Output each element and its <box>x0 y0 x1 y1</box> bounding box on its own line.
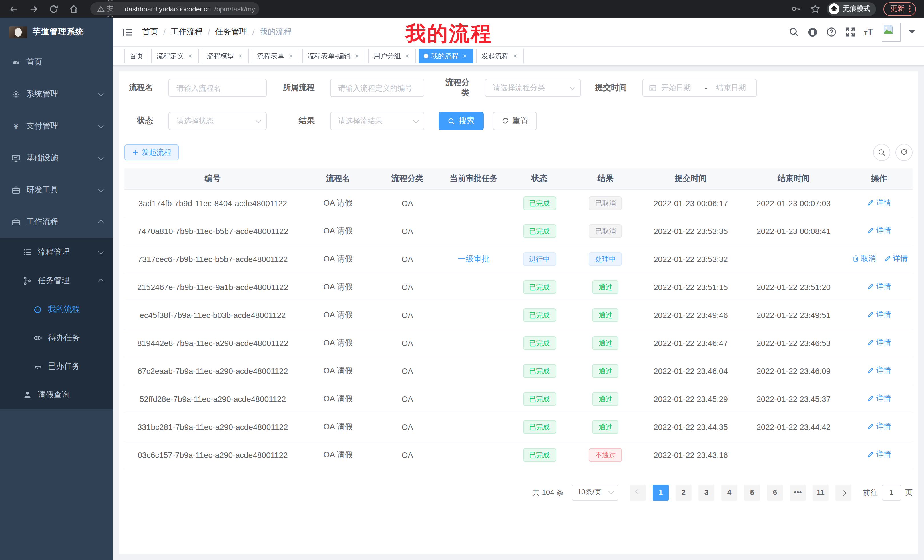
edit-icon <box>867 227 874 234</box>
page-ellipsis[interactable]: ••• <box>790 484 806 500</box>
page-button-2[interactable]: 2 <box>676 484 692 500</box>
page-button-5[interactable]: 5 <box>744 484 760 500</box>
close-tab-icon[interactable]: × <box>237 52 244 60</box>
reset-button[interactable]: 重置 <box>493 112 537 130</box>
sidebar-item-支付管理[interactable]: ¥支付管理 <box>0 110 113 142</box>
detail-action-link[interactable]: 详情 <box>867 393 891 403</box>
tab-流程表单[interactable]: 流程表单× <box>252 48 299 63</box>
create-process-button[interactable]: 发起流程 <box>124 144 179 160</box>
sidebar-item-待办任务[interactable]: 待办任务 <box>0 324 113 352</box>
sidebar-item-任务管理[interactable]: 任务管理 <box>0 267 113 295</box>
sidebar-item-工作流程[interactable]: 工作流程 <box>0 206 113 238</box>
update-button[interactable]: 更新 <box>884 2 916 16</box>
breadcrumb-item[interactable]: 工作流程 <box>171 27 203 37</box>
detail-action-link[interactable]: 详情 <box>884 253 908 264</box>
process-category-cell: OA <box>375 441 440 469</box>
status-select[interactable]: 请选择状态 <box>168 112 267 130</box>
tab-流程表单-编辑[interactable]: 流程表单-编辑× <box>302 48 366 63</box>
detail-action-link[interactable]: 详情 <box>867 281 891 291</box>
detail-action-link[interactable]: 详情 <box>867 365 891 375</box>
page-button-6[interactable]: 6 <box>767 484 783 500</box>
search-button[interactable]: 搜索 <box>439 112 484 130</box>
breadcrumb-item[interactable]: 首页 <box>142 27 158 37</box>
start-date-placeholder[interactable]: 开始日期 <box>661 83 700 93</box>
sidebar-item-我的流程[interactable]: 我的流程 <box>0 295 113 324</box>
avatar-caret-icon[interactable] <box>909 30 915 34</box>
font-size-icon[interactable]: TT <box>864 27 873 36</box>
show-search-toggle-button[interactable] <box>873 144 890 161</box>
process-definition-input[interactable] <box>330 79 424 97</box>
sidebar-item-研发工具[interactable]: 研发工具 <box>0 174 113 206</box>
breadcrumb-item[interactable]: 任务管理 <box>215 27 247 37</box>
page-button-1[interactable]: 1 <box>653 484 669 500</box>
close-tab-icon[interactable]: × <box>512 52 519 60</box>
search-icon[interactable] <box>789 27 799 37</box>
github-icon[interactable] <box>807 27 818 37</box>
next-page-button[interactable] <box>836 484 852 500</box>
forward-icon[interactable] <box>28 4 39 14</box>
detail-action-link[interactable]: 详情 <box>867 197 891 208</box>
goto-page-input[interactable] <box>882 484 901 500</box>
detail-action-link[interactable]: 详情 <box>867 309 891 319</box>
tab-流程定义[interactable]: 流程定义× <box>152 48 199 63</box>
bookmark-star-icon[interactable] <box>810 4 820 14</box>
back-icon[interactable] <box>9 4 19 14</box>
home-icon[interactable] <box>69 4 79 14</box>
detail-action-link[interactable]: 详情 <box>867 449 891 459</box>
app-logo-row[interactable]: 芋道管理系统 <box>0 18 113 46</box>
close-tab-icon[interactable]: × <box>354 52 360 60</box>
fullscreen-icon[interactable] <box>845 27 855 37</box>
page-size-select[interactable]: 10条/页 <box>572 484 618 500</box>
avatar[interactable] <box>882 22 901 41</box>
refresh-icon <box>501 117 509 125</box>
column-header-流程分类: 流程分类 <box>375 168 440 189</box>
current-task-link[interactable]: 一级审批 <box>458 254 490 263</box>
incognito-badge[interactable]: 无痕模式 <box>827 2 876 16</box>
close-tab-icon[interactable]: × <box>187 52 194 60</box>
filter-category: 流程分类 请选择流程分类 <box>439 78 581 98</box>
process-category-cell: OA <box>375 301 440 329</box>
chevron-down-icon <box>98 186 104 192</box>
address-bar[interactable]: 不安全 dashboard.yudao.iocoder.cn/bpm/task/… <box>90 2 259 15</box>
tab-发起流程[interactable]: 发起流程× <box>476 48 524 63</box>
page-button-3[interactable]: 3 <box>698 484 714 500</box>
current-task-cell <box>440 441 507 469</box>
filter-submit-time: 提交时间 开始日期 - 结束日期 <box>595 79 757 97</box>
sidebar-item-流程管理[interactable]: 流程管理 <box>0 238 113 267</box>
close-tab-icon[interactable]: × <box>287 52 294 60</box>
close-tab-icon[interactable]: × <box>461 52 468 60</box>
detail-action-link[interactable]: 详情 <box>867 225 891 235</box>
cancel-action-link[interactable]: 取消 <box>852 253 876 264</box>
password-key-icon[interactable] <box>791 4 801 14</box>
reload-icon[interactable] <box>48 4 59 14</box>
prev-page-button[interactable] <box>630 484 646 500</box>
submit-time-range-picker[interactable]: 开始日期 - 结束日期 <box>642 79 757 97</box>
browser-menu-dots-icon[interactable] <box>909 4 911 13</box>
process-id-cell: 7470a810-7b9b-11ec-b5b7-acde48001122 <box>124 217 301 245</box>
detail-action-link[interactable]: 详情 <box>867 337 891 347</box>
tab-我的流程[interactable]: 我的流程× <box>418 48 473 63</box>
sidebar-item-基础设施[interactable]: 基础设施 <box>0 142 113 174</box>
update-label: 更新 <box>890 4 904 14</box>
page-button-11[interactable]: 11 <box>813 484 829 500</box>
collapse-sidebar-icon[interactable] <box>122 27 133 37</box>
tab-首页[interactable]: 首页 <box>124 48 148 63</box>
tab-用户分组[interactable]: 用户分组× <box>368 48 416 63</box>
action-label: 详情 <box>876 225 891 235</box>
process-id-cell: 52ffd28e-7b9a-11ec-a290-acde48001122 <box>124 385 301 413</box>
result-cell: 通过 <box>572 273 640 301</box>
sidebar-item-首页[interactable]: 首页 <box>0 46 113 78</box>
process-name-input[interactable] <box>168 79 267 97</box>
tab-流程模型[interactable]: 流程模型× <box>202 48 249 63</box>
result-select[interactable]: 请选择流结果 <box>330 112 424 130</box>
page-button-4[interactable]: 4 <box>721 484 737 500</box>
sidebar-item-请假查询[interactable]: 请假查询 <box>0 381 113 409</box>
sidebar-item-系统管理[interactable]: 系统管理 <box>0 78 113 110</box>
close-tab-icon[interactable]: × <box>404 52 411 60</box>
refresh-table-button[interactable] <box>896 144 913 161</box>
help-icon[interactable] <box>826 27 837 37</box>
end-date-placeholder[interactable]: 结束日期 <box>711 83 750 93</box>
detail-action-link[interactable]: 详情 <box>867 421 891 431</box>
sidebar-item-已办任务[interactable]: 已办任务 <box>0 352 113 381</box>
category-select[interactable]: 请选择流程分类 <box>485 79 581 97</box>
